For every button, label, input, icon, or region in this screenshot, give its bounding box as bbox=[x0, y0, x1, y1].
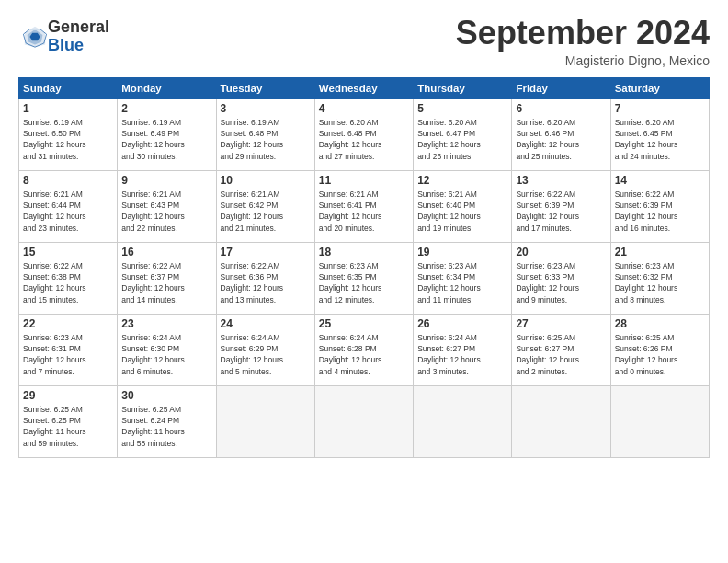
table-row bbox=[512, 385, 610, 457]
table-row: 6Sunrise: 6:20 AM Sunset: 6:46 PM Daylig… bbox=[512, 98, 610, 170]
day-number: 1 bbox=[23, 102, 113, 115]
table-row: 26Sunrise: 6:24 AM Sunset: 6:27 PM Dayli… bbox=[414, 314, 512, 385]
table-row: 22Sunrise: 6:23 AM Sunset: 6:31 PM Dayli… bbox=[19, 314, 118, 385]
day-info: Sunrise: 6:24 AM Sunset: 6:29 PM Dayligh… bbox=[221, 332, 311, 377]
table-row: 4Sunrise: 6:20 AM Sunset: 6:48 PM Daylig… bbox=[314, 98, 413, 170]
table-row bbox=[216, 385, 314, 457]
day-info: Sunrise: 6:25 AM Sunset: 6:24 PM Dayligh… bbox=[121, 404, 211, 449]
day-info: Sunrise: 6:25 AM Sunset: 6:26 PM Dayligh… bbox=[615, 332, 705, 377]
table-row: 23Sunrise: 6:24 AM Sunset: 6:30 PM Dayli… bbox=[118, 314, 216, 385]
logo-text: General Blue bbox=[48, 18, 109, 55]
day-number: 25 bbox=[319, 317, 409, 330]
day-info: Sunrise: 6:22 AM Sunset: 6:38 PM Dayligh… bbox=[23, 260, 113, 305]
day-info: Sunrise: 6:23 AM Sunset: 6:31 PM Dayligh… bbox=[23, 332, 113, 377]
header-row: Sunday Monday Tuesday Wednesday Thursday… bbox=[19, 77, 710, 98]
day-info: Sunrise: 6:19 AM Sunset: 6:48 PM Dayligh… bbox=[221, 117, 311, 162]
day-info: Sunrise: 6:23 AM Sunset: 6:35 PM Dayligh… bbox=[319, 260, 409, 305]
day-info: Sunrise: 6:23 AM Sunset: 6:33 PM Dayligh… bbox=[516, 260, 606, 305]
day-number: 13 bbox=[516, 174, 606, 187]
table-row: 21Sunrise: 6:23 AM Sunset: 6:32 PM Dayli… bbox=[610, 242, 709, 314]
day-number: 4 bbox=[319, 102, 409, 115]
calendar-row: 29Sunrise: 6:25 AM Sunset: 6:25 PM Dayli… bbox=[19, 385, 710, 457]
table-row: 19Sunrise: 6:23 AM Sunset: 6:34 PM Dayli… bbox=[414, 242, 512, 314]
day-number: 3 bbox=[221, 102, 311, 115]
day-number: 10 bbox=[221, 174, 311, 187]
th-friday: Friday bbox=[512, 77, 610, 98]
calendar-row: 22Sunrise: 6:23 AM Sunset: 6:31 PM Dayli… bbox=[19, 314, 710, 385]
table-row: 30Sunrise: 6:25 AM Sunset: 6:24 PM Dayli… bbox=[118, 385, 216, 457]
day-info: Sunrise: 6:21 AM Sunset: 6:40 PM Dayligh… bbox=[417, 189, 507, 234]
table-row: 13Sunrise: 6:22 AM Sunset: 6:39 PM Dayli… bbox=[512, 170, 610, 242]
location-subtitle: Magisterio Digno, Mexico bbox=[456, 53, 710, 68]
table-row: 15Sunrise: 6:22 AM Sunset: 6:38 PM Dayli… bbox=[19, 242, 118, 314]
day-info: Sunrise: 6:24 AM Sunset: 6:27 PM Dayligh… bbox=[417, 332, 507, 377]
day-info: Sunrise: 6:22 AM Sunset: 6:36 PM Dayligh… bbox=[221, 260, 311, 305]
day-number: 6 bbox=[516, 102, 606, 115]
day-number: 14 bbox=[615, 174, 705, 187]
day-number: 5 bbox=[417, 102, 507, 115]
th-wednesday: Wednesday bbox=[314, 77, 413, 98]
page: General Blue September 2024 Magisterio D… bbox=[0, 0, 728, 563]
day-info: Sunrise: 6:21 AM Sunset: 6:41 PM Dayligh… bbox=[319, 189, 409, 234]
day-info: Sunrise: 6:20 AM Sunset: 6:45 PM Dayligh… bbox=[615, 117, 705, 162]
day-info: Sunrise: 6:25 AM Sunset: 6:25 PM Dayligh… bbox=[23, 404, 113, 449]
table-row: 11Sunrise: 6:21 AM Sunset: 6:41 PM Dayli… bbox=[314, 170, 413, 242]
day-info: Sunrise: 6:21 AM Sunset: 6:44 PM Dayligh… bbox=[23, 189, 113, 234]
th-monday: Monday bbox=[118, 77, 216, 98]
day-number: 20 bbox=[516, 246, 606, 259]
day-info: Sunrise: 6:21 AM Sunset: 6:42 PM Dayligh… bbox=[221, 189, 311, 234]
header: General Blue September 2024 Magisterio D… bbox=[18, 15, 710, 68]
table-row: 25Sunrise: 6:24 AM Sunset: 6:28 PM Dayli… bbox=[314, 314, 413, 385]
table-row bbox=[610, 385, 709, 457]
table-row: 3Sunrise: 6:19 AM Sunset: 6:48 PM Daylig… bbox=[216, 98, 314, 170]
table-row: 9Sunrise: 6:21 AM Sunset: 6:43 PM Daylig… bbox=[118, 170, 216, 242]
day-info: Sunrise: 6:22 AM Sunset: 6:39 PM Dayligh… bbox=[615, 189, 705, 234]
day-number: 18 bbox=[319, 246, 409, 259]
calendar-row: 15Sunrise: 6:22 AM Sunset: 6:38 PM Dayli… bbox=[19, 242, 710, 314]
day-number: 22 bbox=[23, 317, 113, 330]
day-info: Sunrise: 6:20 AM Sunset: 6:46 PM Dayligh… bbox=[516, 117, 606, 162]
day-number: 28 bbox=[615, 317, 705, 330]
day-number: 29 bbox=[23, 389, 113, 402]
table-row: 8Sunrise: 6:21 AM Sunset: 6:44 PM Daylig… bbox=[19, 170, 118, 242]
day-number: 2 bbox=[121, 102, 211, 115]
th-saturday: Saturday bbox=[610, 77, 709, 98]
logo-icon bbox=[22, 24, 48, 50]
table-row: 5Sunrise: 6:20 AM Sunset: 6:47 PM Daylig… bbox=[414, 98, 512, 170]
table-row bbox=[414, 385, 512, 457]
day-info: Sunrise: 6:20 AM Sunset: 6:47 PM Dayligh… bbox=[417, 117, 507, 162]
th-thursday: Thursday bbox=[414, 77, 512, 98]
table-row: 18Sunrise: 6:23 AM Sunset: 6:35 PM Dayli… bbox=[314, 242, 413, 314]
title-block: September 2024 Magisterio Digno, Mexico bbox=[456, 15, 710, 68]
day-number: 24 bbox=[221, 317, 311, 330]
table-row: 10Sunrise: 6:21 AM Sunset: 6:42 PM Dayli… bbox=[216, 170, 314, 242]
day-info: Sunrise: 6:24 AM Sunset: 6:28 PM Dayligh… bbox=[319, 332, 409, 377]
day-info: Sunrise: 6:19 AM Sunset: 6:49 PM Dayligh… bbox=[121, 117, 211, 162]
calendar-row: 8Sunrise: 6:21 AM Sunset: 6:44 PM Daylig… bbox=[19, 170, 710, 242]
day-info: Sunrise: 6:20 AM Sunset: 6:48 PM Dayligh… bbox=[319, 117, 409, 162]
table-row: 7Sunrise: 6:20 AM Sunset: 6:45 PM Daylig… bbox=[610, 98, 709, 170]
logo-blue: Blue bbox=[48, 37, 109, 55]
table-row: 29Sunrise: 6:25 AM Sunset: 6:25 PM Dayli… bbox=[19, 385, 118, 457]
table-row: 24Sunrise: 6:24 AM Sunset: 6:29 PM Dayli… bbox=[216, 314, 314, 385]
table-row: 28Sunrise: 6:25 AM Sunset: 6:26 PM Dayli… bbox=[610, 314, 709, 385]
day-number: 12 bbox=[417, 174, 507, 187]
day-number: 17 bbox=[221, 246, 311, 259]
table-row: 12Sunrise: 6:21 AM Sunset: 6:40 PM Dayli… bbox=[414, 170, 512, 242]
day-info: Sunrise: 6:21 AM Sunset: 6:43 PM Dayligh… bbox=[121, 189, 211, 234]
table-row bbox=[314, 385, 413, 457]
day-info: Sunrise: 6:24 AM Sunset: 6:30 PM Dayligh… bbox=[121, 332, 211, 377]
day-info: Sunrise: 6:23 AM Sunset: 6:32 PM Dayligh… bbox=[615, 260, 705, 305]
logo-general: General bbox=[48, 18, 109, 37]
day-info: Sunrise: 6:22 AM Sunset: 6:39 PM Dayligh… bbox=[516, 189, 606, 234]
calendar-table: Sunday Monday Tuesday Wednesday Thursday… bbox=[18, 77, 710, 458]
month-title: September 2024 bbox=[456, 15, 710, 52]
day-number: 9 bbox=[121, 174, 211, 187]
day-number: 30 bbox=[121, 389, 211, 402]
day-info: Sunrise: 6:25 AM Sunset: 6:27 PM Dayligh… bbox=[516, 332, 606, 377]
day-number: 23 bbox=[121, 317, 211, 330]
table-row: 1Sunrise: 6:19 AM Sunset: 6:50 PM Daylig… bbox=[19, 98, 118, 170]
day-info: Sunrise: 6:22 AM Sunset: 6:37 PM Dayligh… bbox=[121, 260, 211, 305]
calendar-row: 1Sunrise: 6:19 AM Sunset: 6:50 PM Daylig… bbox=[19, 98, 710, 170]
day-info: Sunrise: 6:23 AM Sunset: 6:34 PM Dayligh… bbox=[417, 260, 507, 305]
